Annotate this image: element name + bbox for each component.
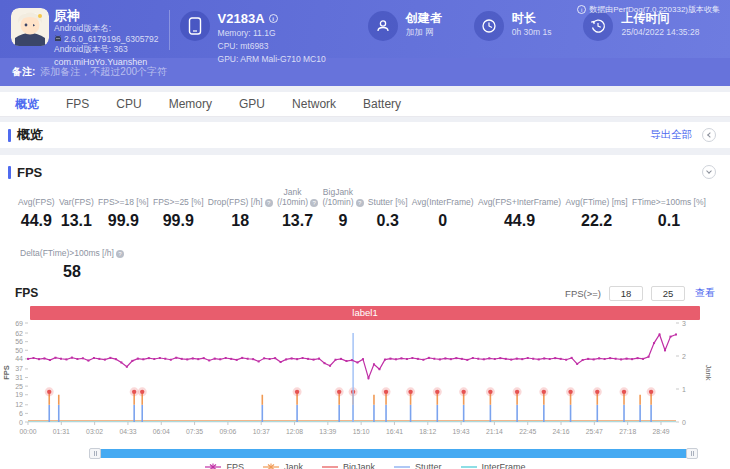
- tab-cpu[interactable]: CPU: [116, 97, 141, 111]
- svg-text:01:31: 01:31: [53, 428, 70, 435]
- app-package: com.miHoYo.Yuanshen: [54, 57, 159, 67]
- fps-collapse-button[interactable]: [702, 165, 716, 179]
- tab-fps[interactable]: FPS: [66, 97, 89, 111]
- header-divider: [169, 10, 170, 50]
- chevron-down-icon: [706, 168, 712, 174]
- svg-text:16:41: 16:41: [386, 428, 403, 435]
- svg-text:FPS: FPS: [2, 365, 11, 380]
- overview-section-bar: 概览 导出全部: [0, 122, 730, 148]
- stat-info-icon[interactable]: ?: [116, 250, 124, 258]
- creator-label: 创建者: [406, 11, 442, 25]
- app-version-name: 2.6.0_6179196_6305792: [64, 34, 159, 45]
- legend-label: BigJank: [343, 462, 375, 469]
- legend-item-fps[interactable]: FPS: [204, 462, 244, 469]
- svg-text:06:04: 06:04: [153, 428, 170, 435]
- legend-item-interframe[interactable]: InterFrame: [460, 462, 526, 469]
- svg-text:10:37: 10:37: [253, 428, 270, 435]
- svg-text:56: 56: [15, 338, 23, 345]
- legend-item-bigjank[interactable]: BigJank: [321, 462, 375, 469]
- svg-text:19: 19: [15, 391, 23, 398]
- clock-icon: [474, 11, 504, 41]
- stat-item: Stutter [%]0.3: [368, 187, 408, 230]
- svg-text:12: 12: [15, 401, 23, 408]
- report-header: 原神 Android版本名: 2.6.0_6179196_6305792 And…: [0, 0, 730, 58]
- device-info-icon[interactable]: i: [269, 14, 278, 23]
- device-model: V2183A: [218, 11, 265, 26]
- stat-value: 99.9: [153, 212, 204, 230]
- export-all-link[interactable]: 导出全部: [650, 128, 692, 142]
- legend-marker-icon: [460, 463, 478, 469]
- legend-marker-icon: [262, 463, 280, 469]
- stat-value: 9: [322, 212, 363, 230]
- stat-value: 0.1: [632, 212, 706, 230]
- stat-value: 44.9: [18, 212, 55, 230]
- fps-threshold-label: FPS(>=): [565, 288, 601, 299]
- datazoom-slider[interactable]: [0, 447, 730, 460]
- app-name: 原神: [54, 8, 159, 23]
- stat-value: 99.9: [98, 212, 149, 230]
- svg-text:19:43: 19:43: [453, 428, 470, 435]
- stat-item: Jank(/10min)?13.7: [277, 187, 318, 230]
- stat-value: 18: [208, 212, 273, 230]
- stat-value: 13.1: [59, 212, 94, 230]
- stat-info-icon[interactable]: ?: [356, 199, 364, 207]
- svg-text:03:02: 03:02: [86, 428, 103, 435]
- person-icon: [368, 11, 398, 41]
- fps-section-title: FPS: [17, 165, 42, 180]
- svg-text:37: 37: [15, 365, 23, 372]
- svg-text:13:39: 13:39: [319, 428, 336, 435]
- svg-text:2: 2: [682, 353, 686, 360]
- svg-text:27:18: 27:18: [619, 428, 636, 435]
- svg-text:50: 50: [15, 347, 23, 354]
- overview-collapse-button[interactable]: [702, 128, 716, 142]
- svg-text:22:45: 22:45: [519, 428, 536, 435]
- phone-icon: [180, 11, 210, 41]
- legend-item-stutter[interactable]: Stutter: [393, 462, 442, 469]
- stat-value: 0.3: [368, 212, 408, 230]
- svg-text:04:33: 04:33: [119, 428, 136, 435]
- app-block: 原神 Android版本名: 2.6.0_6179196_6305792 And…: [11, 8, 159, 58]
- svg-text:18:12: 18:12: [419, 428, 436, 435]
- legend-item-jank[interactable]: Jank: [262, 462, 303, 469]
- svg-text:25:47: 25:47: [586, 428, 603, 435]
- device-gpu: GPU: ARM Mali-G710 MC10: [218, 54, 326, 65]
- history-clock-icon: [583, 11, 613, 41]
- stat-info-icon[interactable]: ?: [265, 199, 273, 207]
- duration-block: 时长 0h 30m 1s: [474, 11, 552, 58]
- chart-legend: FPSJankBigJankStutterInterFrame: [0, 462, 730, 469]
- svg-text:Jank: Jank: [704, 365, 713, 381]
- tab-network[interactable]: Network: [292, 97, 336, 111]
- app-version-name-label: Android版本名:: [54, 23, 159, 34]
- fps-threshold-input-2[interactable]: [651, 286, 685, 301]
- svg-text:31: 31: [15, 374, 23, 381]
- stat-item: FPS>=18 [%]99.9: [98, 187, 149, 230]
- fps-threshold-input-1[interactable]: [609, 286, 643, 301]
- datazoom-selected-range[interactable]: [95, 449, 690, 458]
- legend-marker-icon: [393, 463, 411, 469]
- legend-marker-icon: [321, 463, 339, 469]
- upload-value: 25/04/2022 14:35:28: [621, 27, 699, 38]
- svg-text:15:10: 15:10: [353, 428, 370, 435]
- creator-block: 创建者 加加 网: [368, 11, 442, 58]
- datazoom-left-handle[interactable]: [89, 448, 101, 459]
- stat-item: Avg(FTime) [ms]22.2: [565, 187, 627, 230]
- datazoom-right-handle[interactable]: [686, 448, 698, 459]
- tab-battery[interactable]: Battery: [363, 97, 401, 111]
- duration-label: 时长: [512, 11, 552, 25]
- device-memory: Memory: 11.1G: [218, 28, 326, 39]
- tab-memory[interactable]: Memory: [169, 97, 212, 111]
- collector-note: i 数据由PerfDog(7.0.220332)版本收集: [577, 4, 720, 15]
- stat-info-icon[interactable]: ?: [310, 199, 318, 207]
- legend-marker-icon: [204, 463, 222, 469]
- stat-value: 13.7: [277, 212, 318, 230]
- creator-name: 加加 网: [406, 27, 442, 38]
- fps-chart[interactable]: 06121925313744505662690123FPSJank00:0001…: [0, 320, 730, 446]
- duration-value: 0h 30m 1s: [512, 27, 552, 38]
- stat-item: Drop(FPS) [/h]?18: [208, 187, 273, 230]
- view-button[interactable]: 查看: [695, 286, 715, 300]
- svg-text:00:00: 00:00: [19, 428, 36, 435]
- tab-overview[interactable]: 概览: [15, 96, 39, 113]
- tab-gpu[interactable]: GPU: [239, 97, 265, 111]
- tab-bar: 概览FPSCPUMemoryGPUNetworkBattery: [0, 92, 730, 117]
- fps-stats-row2: Delta(FTime)>100ms [/h]?58: [0, 238, 730, 281]
